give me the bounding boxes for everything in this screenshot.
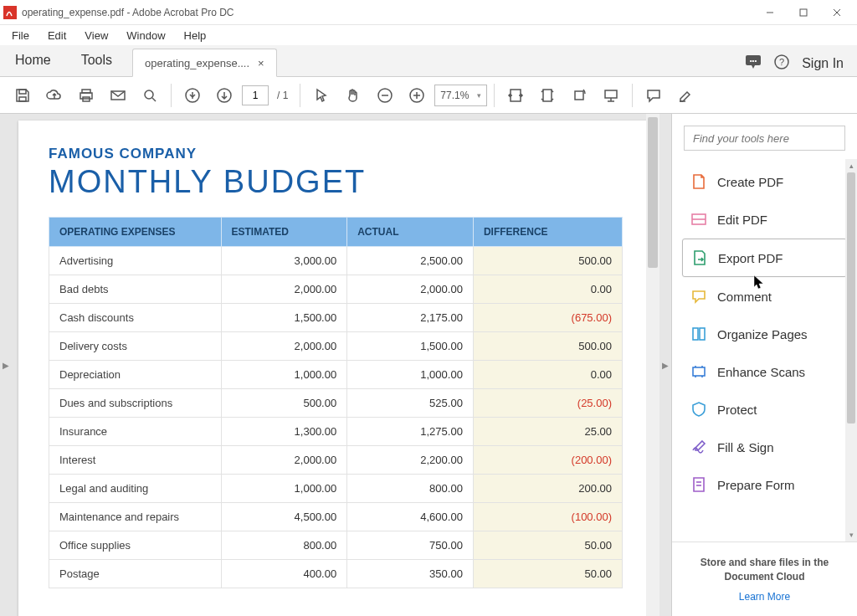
rotate-icon[interactable] bbox=[565, 81, 593, 110]
tool-item-protect[interactable]: Protect bbox=[682, 391, 847, 428]
tool-item-label: Enhance Scans bbox=[717, 365, 805, 379]
document-page: FAMOUS COMPANY MONTHLY BUDGET OPERATING … bbox=[18, 121, 653, 616]
menu-window[interactable]: Window bbox=[118, 27, 173, 44]
learn-more-link[interactable]: Learn More bbox=[684, 591, 845, 603]
next-page-icon[interactable] bbox=[210, 81, 239, 110]
tool-item-label: Edit PDF bbox=[717, 213, 767, 227]
comment-icon bbox=[690, 288, 707, 305]
close-icon[interactable]: × bbox=[258, 57, 264, 69]
zoom-select[interactable]: 77.1% ▾ bbox=[434, 85, 487, 106]
mail-icon[interactable] bbox=[104, 81, 132, 110]
cell-name: Advertising bbox=[49, 247, 222, 275]
menu-file[interactable]: File bbox=[3, 27, 38, 44]
cell-estimated: 1,300.00 bbox=[221, 418, 347, 446]
document-scrollbar[interactable] bbox=[646, 114, 659, 616]
help-icon[interactable]: ? bbox=[773, 54, 790, 73]
cell-actual: 750.00 bbox=[347, 531, 474, 560]
acrobat-icon bbox=[3, 6, 17, 19]
cell-actual: 525.00 bbox=[347, 389, 474, 418]
tool-item-comment[interactable]: Comment bbox=[682, 278, 847, 315]
comment-tool-icon[interactable] bbox=[639, 81, 668, 110]
print-icon[interactable] bbox=[72, 81, 100, 110]
cloud-upload-icon[interactable] bbox=[40, 81, 69, 110]
tools-list: Create PDFEdit PDFExport PDFCommentOrgan… bbox=[672, 159, 857, 542]
document-area: ▶ FAMOUS COMPANY MONTHLY BUDGET OPERATIN… bbox=[0, 114, 659, 616]
menu-help[interactable]: Help bbox=[176, 27, 215, 44]
menu-view[interactable]: View bbox=[76, 27, 116, 44]
zoom-in-icon[interactable] bbox=[403, 81, 431, 110]
cell-actual: 2,200.00 bbox=[347, 446, 474, 475]
col-actual: ACTUAL bbox=[347, 218, 474, 247]
cell-actual: 1,000.00 bbox=[347, 361, 474, 389]
organize-pages-icon bbox=[690, 326, 707, 342]
tool-item-prepare-form[interactable]: Prepare Form bbox=[682, 466, 847, 503]
sign-in-link[interactable]: Sign In bbox=[802, 56, 844, 71]
scroll-up-icon[interactable]: ▴ bbox=[845, 159, 857, 172]
hand-tool-icon[interactable] bbox=[339, 81, 367, 110]
scroll-down-icon[interactable]: ▾ bbox=[845, 528, 857, 542]
zoom-out-icon[interactable] bbox=[371, 81, 399, 110]
svg-rect-12 bbox=[80, 93, 92, 99]
cell-estimated: 800.00 bbox=[221, 531, 347, 560]
close-button[interactable] bbox=[820, 1, 854, 24]
cell-diff: 50.00 bbox=[473, 531, 622, 560]
fit-page-icon[interactable] bbox=[533, 81, 562, 110]
document-viewport[interactable]: FAMOUS COMPANY MONTHLY BUDGET OPERATING … bbox=[12, 114, 659, 616]
tool-item-organize-pages[interactable]: Organize Pages bbox=[682, 316, 847, 352]
tool-item-export-pdf[interactable]: Export PDF bbox=[682, 239, 847, 277]
select-tool-icon[interactable] bbox=[307, 81, 336, 110]
search-icon[interactable] bbox=[136, 81, 164, 110]
minimize-button[interactable] bbox=[753, 1, 787, 24]
table-row: Advertising3,000.002,500.00500.00 bbox=[49, 247, 623, 275]
document-title: MONTHLY BUDGET bbox=[49, 164, 623, 200]
tab-home[interactable]: Home bbox=[0, 44, 66, 76]
svg-rect-10 bbox=[19, 97, 26, 101]
tool-item-fill-sign[interactable]: Fill & Sign bbox=[682, 429, 847, 465]
tool-item-create-pdf[interactable]: Create PDF bbox=[682, 163, 847, 200]
cell-actual: 800.00 bbox=[347, 475, 474, 503]
menu-edit[interactable]: Edit bbox=[39, 27, 74, 44]
read-mode-icon[interactable] bbox=[597, 81, 625, 110]
tools-scrollbar[interactable]: ▴ ▾ bbox=[845, 159, 857, 542]
tool-item-enhance-scans[interactable]: Enhance Scans bbox=[682, 353, 847, 390]
scrollbar-thumb[interactable] bbox=[847, 172, 855, 424]
prepare-form-icon bbox=[690, 476, 707, 493]
tools-search-input[interactable] bbox=[684, 126, 845, 151]
cell-diff: (100.00) bbox=[473, 503, 622, 531]
prev-page-icon[interactable] bbox=[178, 81, 207, 110]
save-icon[interactable] bbox=[8, 81, 37, 110]
tool-item-label: Fill & Sign bbox=[717, 440, 774, 454]
cell-estimated: 1,500.00 bbox=[221, 304, 347, 332]
edit-pdf-icon bbox=[690, 211, 707, 228]
cell-diff: 200.00 bbox=[473, 475, 622, 503]
table-row: Office supplies800.00750.0050.00 bbox=[49, 531, 623, 560]
table-row: Legal and auditing1,000.00800.00200.00 bbox=[49, 475, 623, 503]
tab-tools[interactable]: Tools bbox=[66, 44, 127, 76]
page-number-input[interactable] bbox=[242, 85, 269, 105]
left-panel-toggle[interactable]: ▶ bbox=[0, 114, 12, 616]
right-panel-toggle[interactable]: ▶ bbox=[659, 114, 671, 616]
fit-width-icon[interactable] bbox=[501, 81, 530, 110]
tab-document[interactable]: operating_expense.... × bbox=[132, 49, 277, 77]
maximize-button[interactable] bbox=[787, 1, 820, 24]
cell-diff: 25.00 bbox=[473, 418, 622, 446]
window-controls bbox=[753, 1, 854, 24]
cell-estimated: 1,000.00 bbox=[221, 361, 347, 389]
notifications-icon[interactable]: ••• bbox=[745, 54, 762, 72]
company-name: FAMOUS COMPANY bbox=[49, 146, 623, 162]
cell-diff: 500.00 bbox=[473, 247, 622, 275]
table-row: Bad debts2,000.002,000.000.00 bbox=[49, 275, 623, 304]
fill-sign-icon bbox=[690, 439, 707, 455]
menubar: File Edit View Window Help bbox=[0, 25, 857, 45]
scrollbar-thumb[interactable] bbox=[648, 117, 658, 268]
triangle-right-icon: ▶ bbox=[3, 361, 9, 370]
tool-item-label: Create PDF bbox=[717, 175, 783, 189]
svg-rect-2 bbox=[800, 9, 807, 16]
highlight-tool-icon[interactable] bbox=[671, 81, 700, 110]
cell-name: Office supplies bbox=[49, 531, 222, 560]
tool-item-edit-pdf[interactable]: Edit PDF bbox=[682, 201, 847, 238]
titlebar: operating_expense.pdf - Adobe Acrobat Pr… bbox=[0, 0, 857, 25]
svg-rect-26 bbox=[575, 91, 583, 100]
cell-estimated: 2,000.00 bbox=[221, 275, 347, 304]
tools-footer: Store and share files in the Document Cl… bbox=[672, 542, 857, 616]
